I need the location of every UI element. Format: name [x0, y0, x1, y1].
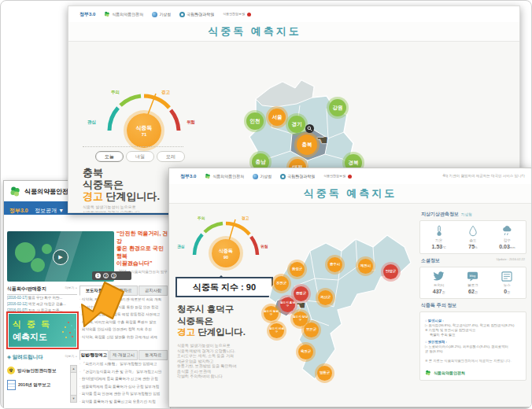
- gov30-logo[interactable]: 정부3.0: [180, 173, 196, 180]
- recall-item[interactable]: [2016-02-17] 햄류 무단 회수 위반...: [7, 295, 77, 301]
- law-item[interactable]: 생물학적제제 등의 품목허가 심사 규정 일부개정: [79, 383, 168, 391]
- gov30-logo[interactable]: 정부3.0: [79, 11, 95, 18]
- tab-revision[interactable]: 제·개정고시: [109, 350, 139, 360]
- law-item[interactable]: 「건강기능식품의 기준 및 규격」 일부개정고시안: [79, 368, 168, 376]
- page-title-bar: 식중독 예측지도: [68, 22, 519, 42]
- scroll-down-icon[interactable]: ▼: [71, 395, 76, 402]
- social-section-title: 소셜정보Update : 2016.02.22: [421, 257, 526, 264]
- gauge-value-circle: 식중독 90: [212, 239, 240, 267]
- divider: [83, 146, 183, 147]
- weather-rain: 강수 0.03mm: [490, 225, 524, 249]
- tab-tomorrow[interactable]: 내일: [126, 151, 154, 162]
- document-icon: [7, 380, 16, 390]
- foodpoisoning-map-banner-highlight[interactable]: 식 중 독 예측지도: [6, 311, 79, 349]
- banner-line2: 예측지도: [13, 331, 47, 343]
- logo-circle: [42, 244, 52, 254]
- policy-quote: “안전한 먹을거리, 건강 좋은 환경으로 국민행복 이끌겠습니다” - 201…: [116, 230, 168, 278]
- notice-scrollbar[interactable]: ▲ ▼: [70, 365, 77, 403]
- info-panel: 지상기상관측정보기상청 기온 1.53℃ 습도 75% 강수 0.03mm: [419, 208, 526, 381]
- notice-box: ◈ 알려드립니다더보기 + ☢방사능안전관리정보 2016년 업무보고 ▲ ▼: [7, 354, 77, 390]
- headline-subject: 식중독은: [177, 315, 246, 327]
- district-marker-selected[interactable]: 청주시 흥덕구: [280, 297, 295, 312]
- recall-title: 식품회수/판매중지더보기 +: [7, 286, 77, 295]
- district-marker[interactable]: 진천군: [274, 276, 289, 291]
- gauge-label-warning: 경고: [161, 90, 170, 95]
- scroll-up-icon[interactable]: ▲: [71, 366, 76, 373]
- headline-region: 청주시 흥덕구: [177, 304, 246, 315]
- page-title-bar: 식중독 예측지도: [169, 184, 531, 204]
- recall-item[interactable]: [2016-02-12] 액젓 세균 대장균 검출...: [7, 301, 77, 308]
- district-marker[interactable]: 영동군: [317, 366, 332, 381]
- screenshot-root: 식품의약품안전처 국민 안심 지킴이 정부3.0 정보공개 ▼ ▶ “안전한 먹…: [0, 0, 532, 409]
- headline-level: 경고 단계입니다.: [177, 326, 246, 338]
- tab-statistics[interactable]: 통계자료: [139, 350, 168, 360]
- law-item[interactable]: 한약(생약)제제 등의 품목허가 신고에 관한 규정: [79, 375, 168, 383]
- mfds-logo[interactable]: 식품의약품안전처: [205, 173, 244, 179]
- weather-humidity: 습도 75%: [456, 225, 490, 249]
- district-marker[interactable]: 청주시 청원구: [264, 306, 279, 321]
- social-twitter: 트위터 437건: [422, 271, 456, 294]
- caution-footer: 식품의약품안전처: [425, 370, 521, 376]
- tab-notice[interactable]: 공지사항: [139, 286, 168, 296]
- tab-today[interactable]: 오늘: [95, 151, 124, 162]
- district-marker[interactable]: 보은군: [304, 322, 319, 337]
- forecast-description: 식중독 발생가능성이 높으므로식중독예방에 경계가 요망됩니다.조리도구는 세척…: [83, 204, 142, 213]
- nier-logo[interactable]: 국립환경과학원: [280, 174, 315, 179]
- region-marker-gyeonggi[interactable]: 경기: [288, 116, 305, 133]
- district-marker[interactable]: 옥천군: [298, 345, 313, 359]
- magnifier-icon: [305, 124, 314, 133]
- caution-text: 균 등(6.3%): [425, 349, 521, 354]
- district-marker[interactable]: 충주시: [327, 257, 342, 272]
- caution-note: ※ 본 자료는 식품의약품안전처에서 제공하는 자료입니다.: [425, 359, 521, 363]
- law-item[interactable]: 「의료기기법 시행령」 일부개정령안 입법예고: [79, 360, 168, 368]
- kma-logo[interactable]: 기상청: [253, 174, 272, 179]
- forecast-headline: 청주시 흥덕구 식중독은 경고 단계입니다.: [177, 304, 246, 338]
- play-button[interactable]: ▶: [53, 249, 68, 265]
- region-marker-chungbuk-selected[interactable]: 충북: [297, 134, 317, 155]
- law-item[interactable]: 의약품 품목허가 및 품목신고의 유효기간 지정: [79, 398, 168, 406]
- notice-item-radiation[interactable]: ☢방사능안전관리정보: [7, 367, 77, 374]
- social-update: Update : 2016.02.22: [497, 257, 525, 261]
- district-marker[interactable]: 제천시: [358, 259, 373, 274]
- headline-subject: 식중독은: [83, 179, 160, 190]
- district-marker[interactable]: 단양군: [383, 264, 398, 279]
- banner-line1: 식 중 독: [13, 319, 51, 330]
- kma-logo[interactable]: 기상청: [152, 12, 171, 17]
- weather-section-title: 지상기상관측정보기상청: [421, 211, 526, 218]
- mfds-logo-icon: [205, 173, 211, 179]
- foodpoisoning-map-banner[interactable]: 식 중 독 예측지도: [9, 314, 76, 347]
- district-marker[interactable]: 청주시 서원구: [269, 323, 284, 338]
- red-badge-icon: [247, 13, 251, 17]
- mfds-logo[interactable]: 식품의약품안전처: [104, 11, 143, 17]
- recall-more-link[interactable]: 더보기 +: [65, 286, 77, 289]
- forecast-headline: 충북 식중독은 경고 단계입니다.: [83, 167, 160, 202]
- notice-more-link[interactable]: 더보기 +: [65, 354, 77, 358]
- tab-legislation[interactable]: 입법/행정예고: [79, 350, 109, 360]
- foodinfo-logo[interactable]: 식품안전정보원: [223, 13, 251, 17]
- caution-section-title: 식중독 주의 정보: [421, 302, 526, 309]
- page-title: 식중독 예측지도: [304, 187, 397, 199]
- district-detail-window: 정부3.0 식품의약품안전처 기상청 국립환경과학원 식품안전정보원 4대 기관…: [168, 168, 532, 407]
- district-marker[interactable]: 음성군: [290, 262, 305, 277]
- notice-title: ◈ 알려드립니다더보기 +: [7, 354, 77, 361]
- notice-item-report[interactable]: 2016년 업무보고: [7, 380, 77, 390]
- law-item[interactable]: 의약품 등의 안전에 관한 규칙 일부개정령안 입법: [79, 390, 168, 398]
- region-marker-incheon[interactable]: 인천: [246, 112, 264, 130]
- quote-line: “안전한 먹을거리, 건강: [116, 230, 168, 245]
- nier-logo[interactable]: 국립환경과학원: [179, 12, 214, 17]
- twitter-icon: [433, 271, 445, 282]
- news-item[interactable]: 식약처, 화장품 산업 발전을 위한 규제개선 과제: [79, 333, 168, 341]
- radiation-icon: ☢: [7, 367, 15, 374]
- nav-highlight[interactable]: 정부3.0: [9, 208, 28, 213]
- foodinfo-logo[interactable]: 식품안전정보원: [323, 175, 352, 179]
- gauge-label-caution: 주의: [198, 216, 205, 220]
- page-title: 식중독 예측지도: [208, 25, 380, 37]
- region-marker-gangwon[interactable]: 강원: [329, 99, 346, 116]
- highlight-arrow-icon: [79, 276, 128, 330]
- district-marker[interactable]: 괴산군: [318, 290, 333, 305]
- recall-box: 식품회수/판매중지더보기 + [2016-02-17] 햄류 무단 회수 위반.…: [7, 286, 77, 314]
- gauge-label-caution: 주의: [111, 90, 120, 95]
- region-marker-seoul[interactable]: 서울: [268, 109, 286, 126]
- nav-item-infodisclosure[interactable]: 정보공개 ▼: [35, 208, 64, 213]
- tab-day-after[interactable]: 모레: [157, 151, 185, 162]
